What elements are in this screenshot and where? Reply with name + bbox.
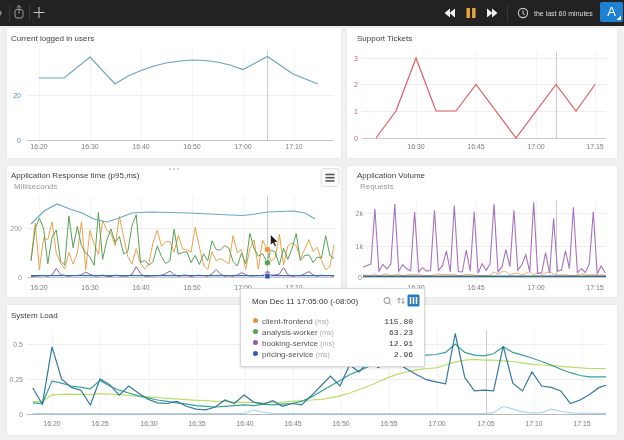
svg-text:17:15: 17:15: [586, 143, 604, 150]
svg-text:16:45: 16:45: [467, 284, 485, 291]
svg-text:16:35: 16:35: [188, 420, 206, 427]
svg-text:16:20: 16:20: [30, 143, 48, 150]
svg-text:16:20: 16:20: [30, 284, 48, 291]
svg-text:16:20: 16:20: [43, 420, 61, 427]
svg-text:17:05: 17:05: [477, 420, 495, 427]
svg-text:17:15: 17:15: [586, 284, 604, 291]
svg-text:16:45: 16:45: [284, 420, 302, 427]
svg-text:20: 20: [13, 92, 21, 99]
svg-text:17:10: 17:10: [285, 143, 303, 150]
svg-text:0.25: 0.25: [9, 376, 23, 383]
svg-text:17:00: 17:00: [428, 420, 446, 427]
svg-text:the last 60 minutes: the last 60 minutes: [534, 10, 593, 17]
svg-text:0: 0: [18, 274, 22, 281]
svg-text:16:30: 16:30: [407, 143, 425, 150]
svg-text:2k: 2k: [356, 210, 364, 217]
svg-text:16:45: 16:45: [467, 143, 485, 150]
svg-text:16:55: 16:55: [380, 420, 398, 427]
svg-text:0.5: 0.5: [13, 341, 23, 348]
svg-text:3: 3: [354, 55, 358, 62]
svg-text:16:50: 16:50: [183, 284, 201, 291]
svg-text:17:10: 17:10: [525, 420, 543, 427]
svg-text:16:25: 16:25: [91, 420, 109, 427]
svg-text:16:50: 16:50: [183, 143, 201, 150]
svg-text:16:40: 16:40: [132, 143, 150, 150]
svg-text:0: 0: [358, 274, 362, 281]
svg-text:16:50: 16:50: [332, 420, 350, 427]
svg-text:16:30: 16:30: [81, 143, 99, 150]
svg-text:16:40: 16:40: [236, 420, 254, 427]
svg-text:17:00: 17:00: [527, 284, 545, 291]
svg-text:16:30: 16:30: [140, 420, 158, 427]
svg-text:0: 0: [17, 137, 21, 144]
svg-text:1k: 1k: [356, 243, 364, 250]
svg-text:0: 0: [19, 411, 23, 418]
svg-text:17:00: 17:00: [527, 143, 545, 150]
svg-text:1: 1: [354, 108, 358, 115]
svg-text:16:30: 16:30: [81, 284, 99, 291]
svg-text:17:15: 17:15: [573, 420, 591, 427]
svg-text:16:40: 16:40: [132, 284, 150, 291]
svg-text:0: 0: [354, 135, 358, 142]
svg-text:17:00: 17:00: [234, 143, 252, 150]
svg-text:2: 2: [354, 81, 358, 88]
svg-text:200: 200: [10, 225, 22, 232]
